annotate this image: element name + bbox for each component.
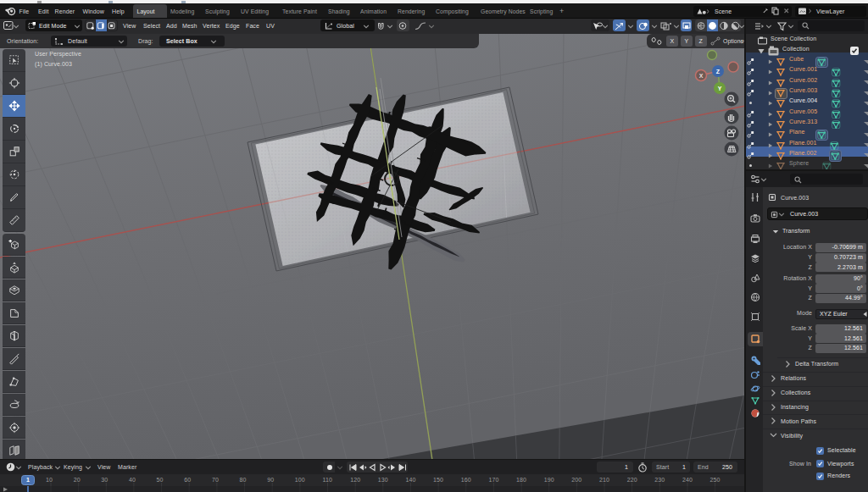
svg-text:Z: Z	[716, 69, 721, 75]
svg-text:Y: Y	[718, 86, 722, 91]
svg-text:X: X	[699, 73, 704, 79]
